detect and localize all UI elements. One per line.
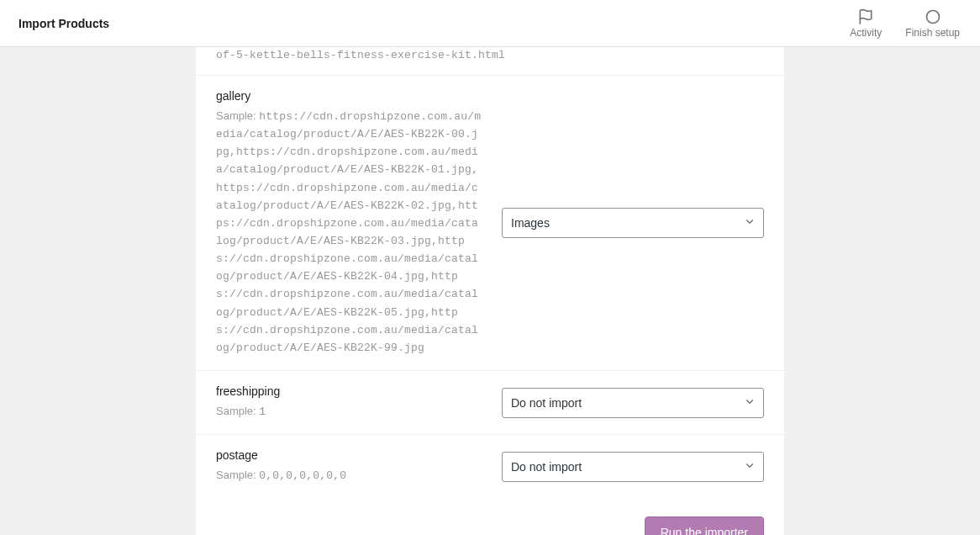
mapping-row-gallery: gallery Sample: https://cdn.dropshipzone… — [196, 76, 784, 371]
circle-icon — [925, 8, 941, 25]
topbar: Import Products Activity Finish setup — [0, 0, 980, 47]
mapping-row-postage: postage Sample: 0,0,0,0,0,0,0 Do not imp… — [196, 435, 784, 498]
topbar-actions: Activity Finish setup — [850, 8, 960, 39]
field-name-postage: postage — [216, 448, 485, 462]
sample-prefix: Sample: — [216, 405, 259, 417]
flag-icon — [857, 8, 874, 25]
svg-point-1 — [926, 10, 939, 23]
mapping-row-right: Do not import — [502, 388, 764, 418]
partial-sample-fragment: of-5-kettle-bells-fitness-exercise-kit.h… — [196, 47, 784, 76]
field-name-gallery: gallery — [216, 89, 485, 103]
activity-label: Activity — [850, 27, 882, 39]
mapping-row-left: gallery Sample: https://cdn.dropshipzone… — [216, 89, 502, 357]
select-wrap: Images — [502, 208, 764, 238]
mapping-row-freeshipping: freeshipping Sample: 1 Do not import — [196, 371, 784, 435]
import-panel: of-5-kettle-bells-fitness-exercise-kit.h… — [196, 47, 784, 535]
field-sample-freeshipping: Sample: 1 — [216, 403, 485, 421]
mapping-row-right: Images — [502, 208, 764, 238]
sample-value: 1 — [259, 405, 266, 418]
mapping-row-left: freeshipping Sample: 1 — [216, 384, 502, 421]
sample-prefix: Sample: — [216, 109, 259, 122]
mapping-row-right: Do not import — [502, 452, 764, 482]
finish-setup-label: Finish setup — [905, 27, 960, 39]
finish-setup-button[interactable]: Finish setup — [905, 8, 960, 39]
sample-value: 0,0,0,0,0,0,0 — [259, 469, 346, 482]
field-name-freeshipping: freeshipping — [216, 384, 485, 398]
mapping-select-gallery[interactable]: Images — [502, 208, 764, 238]
footer-row: Run the importer — [196, 498, 784, 535]
mapping-row-left: postage Sample: 0,0,0,0,0,0,0 — [216, 448, 502, 485]
partial-sample-text: of-5-kettle-bells-fitness-exercise-kit.h… — [216, 49, 505, 61]
run-importer-button[interactable]: Run the importer — [645, 516, 764, 535]
field-sample-postage: Sample: 0,0,0,0,0,0,0 — [216, 467, 485, 485]
mapping-select-freeshipping[interactable]: Do not import — [502, 388, 764, 418]
sample-value: https://cdn.dropshipzone.com.au/media/ca… — [216, 110, 481, 354]
activity-button[interactable]: Activity — [850, 8, 882, 39]
page-title: Import Products — [18, 17, 109, 30]
select-wrap: Do not import — [502, 388, 764, 418]
mapping-select-postage[interactable]: Do not import — [502, 452, 764, 482]
sample-prefix: Sample: — [216, 469, 259, 481]
field-sample-gallery: Sample: https://cdn.dropshipzone.com.au/… — [216, 108, 485, 357]
select-wrap: Do not import — [502, 452, 764, 482]
